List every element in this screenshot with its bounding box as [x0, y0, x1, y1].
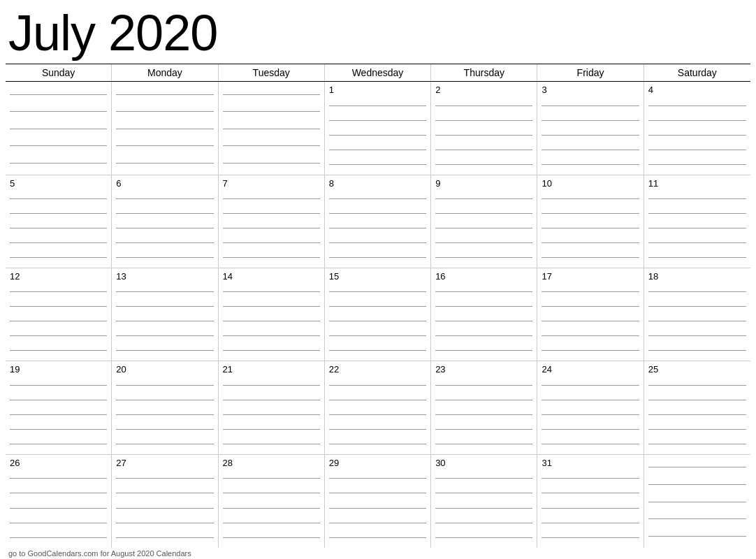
write-line: [329, 242, 426, 243]
calendar-grid: 1234567891011121314151617181920212223242…: [6, 82, 750, 548]
lines-container: [435, 284, 532, 360]
write-line: [10, 129, 107, 129]
write-line: [541, 306, 639, 307]
write-line: [435, 537, 532, 538]
write-line: [10, 291, 107, 292]
write-line: [435, 135, 532, 136]
write-line: [329, 493, 426, 493]
lines-container: [116, 190, 213, 266]
write-line: [10, 321, 107, 321]
lines-container: [435, 190, 532, 266]
write-line: [10, 145, 107, 146]
write-line: [10, 523, 107, 523]
write-line: [329, 444, 426, 444]
write-line: [435, 335, 532, 336]
write-line: [648, 135, 746, 136]
write-line: [329, 350, 426, 351]
write-line: [223, 129, 320, 129]
calendar-cell-empty: [112, 82, 218, 174]
write-line: [329, 478, 426, 479]
lines-container: [435, 377, 532, 453]
write-line: [10, 385, 107, 386]
date-number: 10: [541, 178, 639, 189]
lines-container: [541, 284, 639, 360]
calendar-row-1: 1234: [6, 82, 750, 175]
write-line: [648, 321, 746, 321]
write-line: [116, 350, 213, 351]
lines-container: [648, 284, 746, 360]
write-line: [329, 228, 426, 228]
calendar-cell-23: 23: [431, 361, 537, 453]
write-line: [10, 111, 107, 112]
calendar-cell-28: 28: [219, 455, 325, 548]
date-number: 24: [541, 364, 639, 375]
write-line: [541, 257, 639, 258]
lines-container: [10, 470, 107, 546]
write-line: [648, 502, 746, 502]
write-line: [435, 444, 532, 444]
calendar-container: SundayMondayTuesdayWednesdayThursdayFrid…: [6, 64, 750, 548]
write-line: [10, 478, 107, 479]
date-number: 30: [435, 458, 532, 469]
write-line: [435, 508, 532, 509]
write-line: [116, 523, 213, 523]
write-line: [116, 163, 213, 164]
write-line: [223, 508, 320, 509]
write-line: [10, 414, 107, 415]
write-line: [223, 213, 320, 214]
write-line: [329, 414, 426, 415]
write-line: [435, 213, 532, 214]
write-line: [223, 242, 320, 243]
lines-container: [116, 470, 213, 546]
date-number: 21: [223, 364, 320, 375]
write-line: [541, 335, 639, 336]
calendar-cell-16: 16: [431, 268, 537, 361]
calendar-cell-22: 22: [325, 361, 431, 453]
write-line: [541, 385, 639, 386]
write-line: [116, 228, 213, 228]
write-line: [116, 429, 213, 430]
calendar-cell-31: 31: [537, 455, 644, 548]
write-line: [10, 508, 107, 509]
write-line: [648, 350, 746, 351]
day-header-thursday: Thursday: [431, 64, 537, 81]
date-number: 13: [116, 271, 213, 282]
write-line: [10, 306, 107, 307]
write-line: [648, 429, 746, 430]
lines-container: [116, 284, 213, 360]
write-line: [116, 129, 213, 129]
write-line: [541, 414, 639, 415]
lines-container: [10, 377, 107, 453]
write-line: [10, 257, 107, 258]
write-line: [541, 350, 639, 351]
write-line: [435, 228, 532, 228]
write-line: [10, 444, 107, 444]
write-line: [329, 429, 426, 430]
write-line: [329, 523, 426, 523]
write-line: [329, 213, 426, 214]
date-number: 3: [541, 85, 639, 96]
write-line: [223, 228, 320, 228]
write-line: [648, 257, 746, 258]
write-line: [435, 385, 532, 386]
write-line: [223, 414, 320, 415]
write-line: [223, 257, 320, 258]
date-number: 27: [116, 458, 213, 469]
write-line: [329, 400, 426, 400]
date-number: 28: [223, 458, 320, 469]
date-number: 2: [435, 85, 532, 96]
date-number: 14: [223, 271, 320, 282]
write-line: [223, 94, 320, 95]
write-line: [541, 120, 639, 121]
calendar-cell-27: 27: [112, 455, 218, 548]
lines-container: [329, 284, 426, 360]
write-line: [223, 306, 320, 307]
write-line: [648, 335, 746, 336]
calendar-cell-29: 29: [325, 455, 431, 548]
write-line: [541, 213, 639, 214]
write-line: [116, 94, 213, 95]
calendar-cell-19: 19: [6, 361, 112, 453]
lines-container: [10, 190, 107, 266]
date-number: 22: [329, 364, 426, 375]
calendar-row-4: 19202122232425: [6, 361, 750, 454]
